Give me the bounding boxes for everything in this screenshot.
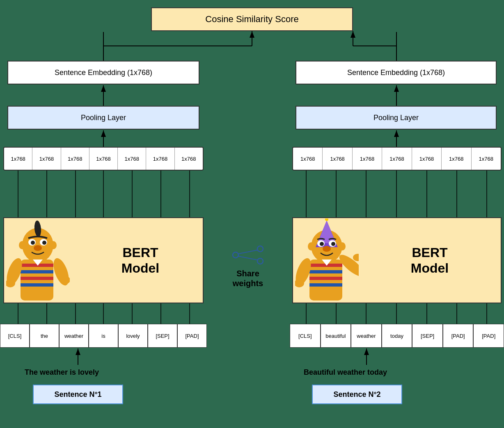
share-icon bbox=[231, 245, 264, 265]
svg-point-84 bbox=[233, 252, 238, 258]
token-cell-r5: 1x768 bbox=[442, 148, 471, 170]
svg-point-77 bbox=[308, 242, 314, 250]
sent-emb-left: Sentence Embedding (1x768) bbox=[7, 61, 199, 84]
sent-emb-right-label: Sentence Embedding (1x768) bbox=[347, 68, 445, 77]
sentence-n-left-label: Sentence N°1 bbox=[54, 390, 101, 399]
svg-point-78 bbox=[339, 242, 346, 250]
input-token-r4: [SEP] bbox=[412, 324, 443, 348]
sent-emb-left-label: Sentence Embedding (1x768) bbox=[55, 68, 152, 77]
svg-rect-43 bbox=[21, 270, 53, 273]
svg-point-59 bbox=[60, 276, 70, 284]
token-cell-l2: 1x768 bbox=[61, 148, 89, 170]
pooling-left: Pooling Layer bbox=[7, 106, 199, 130]
svg-point-86 bbox=[257, 258, 263, 264]
input-token-r0: [CLS] bbox=[290, 324, 321, 348]
input-token-l2: weather bbox=[59, 324, 89, 348]
sent-emb-right: Sentence Embedding (1x768) bbox=[296, 61, 497, 84]
bert-char-right bbox=[295, 219, 359, 303]
share-weights-label: Shareweights bbox=[233, 269, 263, 288]
input-token-r5: [PAD] bbox=[443, 324, 474, 348]
input-token-l0: [CLS] bbox=[0, 324, 30, 348]
input-token-r3: today bbox=[382, 324, 412, 348]
svg-point-55 bbox=[50, 241, 57, 249]
token-cell-l5: 1x768 bbox=[146, 148, 174, 170]
input-token-r1: beautiful bbox=[321, 324, 351, 348]
token-cell-l0: 1x768 bbox=[4, 148, 32, 170]
cosine-box: Cosine Similarity Score bbox=[151, 7, 353, 31]
svg-rect-45 bbox=[21, 283, 53, 287]
svg-rect-63 bbox=[309, 270, 342, 273]
svg-point-74 bbox=[320, 242, 324, 246]
svg-point-51 bbox=[31, 241, 35, 245]
input-token-r2: weather bbox=[351, 324, 382, 348]
svg-point-52 bbox=[42, 241, 46, 245]
svg-point-53 bbox=[34, 245, 42, 251]
token-cell-r1: 1x768 bbox=[323, 148, 352, 170]
svg-rect-44 bbox=[21, 277, 53, 280]
token-cell-r6: 1x768 bbox=[472, 148, 501, 170]
share-weights: Shareweights bbox=[204, 242, 292, 291]
input-token-l3: is bbox=[89, 324, 118, 348]
input-row-right: [CLS] beautiful weather today [SEP] [PAD… bbox=[290, 324, 504, 348]
svg-point-54 bbox=[19, 241, 25, 249]
pooling-right-label: Pooling Layer bbox=[373, 114, 419, 122]
token-cell-l6: 1x768 bbox=[175, 148, 203, 170]
input-token-l4: lovely bbox=[118, 324, 148, 348]
svg-line-87 bbox=[238, 250, 257, 254]
sentence-n-right: Sentence N°2 bbox=[312, 385, 402, 404]
sentence-n-right-label: Sentence N°2 bbox=[333, 390, 380, 399]
token-cell-l4: 1x768 bbox=[118, 148, 146, 170]
diagram-container: Cosine Similarity Score Sentence Embeddi… bbox=[0, 0, 504, 428]
input-token-l5: [SEP] bbox=[148, 324, 177, 348]
cosine-label: Cosine Similarity Score bbox=[205, 14, 298, 25]
bert-model-left: BERTModel bbox=[3, 217, 204, 303]
pooling-left-label: Pooling Layer bbox=[81, 114, 126, 122]
svg-rect-65 bbox=[309, 283, 342, 287]
bert-label-right: BERTModel bbox=[411, 245, 449, 276]
sentence-text-left: The weather is lovely bbox=[25, 368, 99, 377]
input-row-left: [CLS] the weather is lovely [SEP] [PAD] bbox=[0, 324, 207, 348]
sentence-n-left: Sentence N°1 bbox=[33, 385, 123, 404]
bert-model-right: BERTModel bbox=[292, 217, 502, 303]
svg-point-85 bbox=[257, 246, 263, 252]
svg-rect-64 bbox=[309, 277, 342, 280]
token-cell-r0: 1x768 bbox=[293, 148, 323, 170]
input-token-l6: [PAD] bbox=[177, 324, 207, 348]
token-cell-r2: 1x768 bbox=[353, 148, 382, 170]
bert-char-left bbox=[6, 219, 70, 303]
svg-point-82 bbox=[353, 254, 359, 261]
bert-label-left: BERTModel bbox=[121, 245, 159, 276]
svg-point-75 bbox=[331, 242, 335, 246]
token-row-right: 1x768 1x768 1x768 1x768 1x768 1x768 1x76… bbox=[292, 147, 502, 171]
input-token-l1: the bbox=[30, 324, 59, 348]
sentence-text-left-label: The weather is lovely bbox=[25, 368, 99, 376]
input-token-r6: [PAD] bbox=[473, 324, 504, 348]
token-cell-l3: 1x768 bbox=[89, 148, 118, 170]
token-cell-r4: 1x768 bbox=[412, 148, 442, 170]
token-row-left: 1x768 1x768 1x768 1x768 1x768 1x768 1x76… bbox=[3, 147, 204, 171]
token-cell-l1: 1x768 bbox=[32, 148, 61, 170]
pooling-right: Pooling Layer bbox=[296, 106, 497, 130]
svg-line-88 bbox=[238, 256, 257, 260]
sentence-text-right-label: Beautiful weather today bbox=[304, 368, 387, 376]
token-cell-r3: 1x768 bbox=[382, 148, 412, 170]
svg-point-71 bbox=[325, 219, 328, 221]
sentence-text-right: Beautiful weather today bbox=[304, 368, 387, 377]
svg-point-76 bbox=[323, 246, 331, 252]
